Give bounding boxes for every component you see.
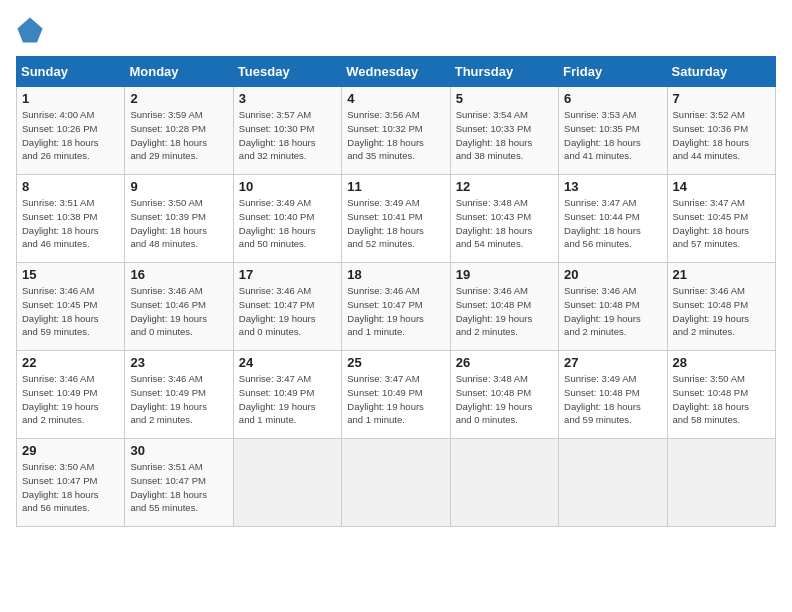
day-number: 26	[456, 355, 553, 370]
day-number: 16	[130, 267, 227, 282]
calendar-cell	[450, 439, 558, 527]
day-info: Sunrise: 3:51 AM Sunset: 10:47 PM Daylig…	[130, 460, 227, 515]
calendar-cell: 1Sunrise: 4:00 AM Sunset: 10:26 PM Dayli…	[17, 87, 125, 175]
day-number: 15	[22, 267, 119, 282]
calendar-cell: 4Sunrise: 3:56 AM Sunset: 10:32 PM Dayli…	[342, 87, 450, 175]
day-number: 7	[673, 91, 770, 106]
day-info: Sunrise: 3:56 AM Sunset: 10:32 PM Daylig…	[347, 108, 444, 163]
calendar-cell: 11Sunrise: 3:49 AM Sunset: 10:41 PM Dayl…	[342, 175, 450, 263]
day-info: Sunrise: 3:46 AM Sunset: 10:48 PM Daylig…	[564, 284, 661, 339]
day-info: Sunrise: 3:46 AM Sunset: 10:47 PM Daylig…	[239, 284, 336, 339]
day-info: Sunrise: 3:48 AM Sunset: 10:48 PM Daylig…	[456, 372, 553, 427]
day-info: Sunrise: 3:46 AM Sunset: 10:46 PM Daylig…	[130, 284, 227, 339]
weekday-wednesday: Wednesday	[342, 57, 450, 87]
day-number: 19	[456, 267, 553, 282]
calendar-header: SundayMondayTuesdayWednesdayThursdayFrid…	[17, 57, 776, 87]
logo	[16, 16, 48, 44]
calendar-cell: 2Sunrise: 3:59 AM Sunset: 10:28 PM Dayli…	[125, 87, 233, 175]
calendar-cell: 30Sunrise: 3:51 AM Sunset: 10:47 PM Dayl…	[125, 439, 233, 527]
calendar-cell: 29Sunrise: 3:50 AM Sunset: 10:47 PM Dayl…	[17, 439, 125, 527]
day-number: 1	[22, 91, 119, 106]
day-number: 24	[239, 355, 336, 370]
calendar-week-1: 1Sunrise: 4:00 AM Sunset: 10:26 PM Dayli…	[17, 87, 776, 175]
day-info: Sunrise: 3:47 AM Sunset: 10:49 PM Daylig…	[239, 372, 336, 427]
calendar-week-2: 8Sunrise: 3:51 AM Sunset: 10:38 PM Dayli…	[17, 175, 776, 263]
day-info: Sunrise: 3:46 AM Sunset: 10:49 PM Daylig…	[22, 372, 119, 427]
day-info: Sunrise: 3:46 AM Sunset: 10:48 PM Daylig…	[673, 284, 770, 339]
day-info: Sunrise: 3:46 AM Sunset: 10:47 PM Daylig…	[347, 284, 444, 339]
calendar-cell: 26Sunrise: 3:48 AM Sunset: 10:48 PM Dayl…	[450, 351, 558, 439]
calendar-cell	[667, 439, 775, 527]
calendar-cell: 6Sunrise: 3:53 AM Sunset: 10:35 PM Dayli…	[559, 87, 667, 175]
day-number: 27	[564, 355, 661, 370]
calendar-cell: 24Sunrise: 3:47 AM Sunset: 10:49 PM Dayl…	[233, 351, 341, 439]
svg-marker-0	[17, 17, 42, 42]
calendar-cell: 23Sunrise: 3:46 AM Sunset: 10:49 PM Dayl…	[125, 351, 233, 439]
calendar-cell: 20Sunrise: 3:46 AM Sunset: 10:48 PM Dayl…	[559, 263, 667, 351]
day-info: Sunrise: 3:48 AM Sunset: 10:43 PM Daylig…	[456, 196, 553, 251]
day-number: 17	[239, 267, 336, 282]
calendar-cell: 19Sunrise: 3:46 AM Sunset: 10:48 PM Dayl…	[450, 263, 558, 351]
day-info: Sunrise: 3:46 AM Sunset: 10:49 PM Daylig…	[130, 372, 227, 427]
calendar-week-5: 29Sunrise: 3:50 AM Sunset: 10:47 PM Dayl…	[17, 439, 776, 527]
day-info: Sunrise: 3:52 AM Sunset: 10:36 PM Daylig…	[673, 108, 770, 163]
day-number: 25	[347, 355, 444, 370]
calendar-cell	[342, 439, 450, 527]
day-number: 20	[564, 267, 661, 282]
day-number: 29	[22, 443, 119, 458]
day-number: 3	[239, 91, 336, 106]
day-number: 5	[456, 91, 553, 106]
day-number: 28	[673, 355, 770, 370]
calendar-cell: 7Sunrise: 3:52 AM Sunset: 10:36 PM Dayli…	[667, 87, 775, 175]
calendar-cell: 16Sunrise: 3:46 AM Sunset: 10:46 PM Dayl…	[125, 263, 233, 351]
day-number: 12	[456, 179, 553, 194]
day-number: 13	[564, 179, 661, 194]
day-info: Sunrise: 3:57 AM Sunset: 10:30 PM Daylig…	[239, 108, 336, 163]
calendar-cell: 3Sunrise: 3:57 AM Sunset: 10:30 PM Dayli…	[233, 87, 341, 175]
weekday-monday: Monday	[125, 57, 233, 87]
day-info: Sunrise: 3:47 AM Sunset: 10:44 PM Daylig…	[564, 196, 661, 251]
weekday-saturday: Saturday	[667, 57, 775, 87]
header	[16, 16, 776, 44]
calendar-cell: 10Sunrise: 3:49 AM Sunset: 10:40 PM Dayl…	[233, 175, 341, 263]
calendar-cell	[559, 439, 667, 527]
day-info: Sunrise: 3:50 AM Sunset: 10:47 PM Daylig…	[22, 460, 119, 515]
day-info: Sunrise: 3:46 AM Sunset: 10:45 PM Daylig…	[22, 284, 119, 339]
day-info: Sunrise: 3:49 AM Sunset: 10:48 PM Daylig…	[564, 372, 661, 427]
calendar-cell: 8Sunrise: 3:51 AM Sunset: 10:38 PM Dayli…	[17, 175, 125, 263]
calendar-body: 1Sunrise: 4:00 AM Sunset: 10:26 PM Dayli…	[17, 87, 776, 527]
calendar-cell: 14Sunrise: 3:47 AM Sunset: 10:45 PM Dayl…	[667, 175, 775, 263]
logo-icon	[16, 16, 44, 44]
calendar-cell: 25Sunrise: 3:47 AM Sunset: 10:49 PM Dayl…	[342, 351, 450, 439]
day-info: Sunrise: 3:53 AM Sunset: 10:35 PM Daylig…	[564, 108, 661, 163]
day-number: 21	[673, 267, 770, 282]
day-number: 23	[130, 355, 227, 370]
day-number: 8	[22, 179, 119, 194]
day-number: 6	[564, 91, 661, 106]
day-number: 30	[130, 443, 227, 458]
calendar-cell: 18Sunrise: 3:46 AM Sunset: 10:47 PM Dayl…	[342, 263, 450, 351]
calendar-cell: 22Sunrise: 3:46 AM Sunset: 10:49 PM Dayl…	[17, 351, 125, 439]
calendar-cell: 21Sunrise: 3:46 AM Sunset: 10:48 PM Dayl…	[667, 263, 775, 351]
day-info: Sunrise: 3:47 AM Sunset: 10:45 PM Daylig…	[673, 196, 770, 251]
calendar-week-4: 22Sunrise: 3:46 AM Sunset: 10:49 PM Dayl…	[17, 351, 776, 439]
day-info: Sunrise: 3:50 AM Sunset: 10:39 PM Daylig…	[130, 196, 227, 251]
day-info: Sunrise: 3:49 AM Sunset: 10:41 PM Daylig…	[347, 196, 444, 251]
calendar-cell: 17Sunrise: 3:46 AM Sunset: 10:47 PM Dayl…	[233, 263, 341, 351]
day-number: 4	[347, 91, 444, 106]
weekday-sunday: Sunday	[17, 57, 125, 87]
day-number: 18	[347, 267, 444, 282]
weekday-row: SundayMondayTuesdayWednesdayThursdayFrid…	[17, 57, 776, 87]
calendar-cell: 28Sunrise: 3:50 AM Sunset: 10:48 PM Dayl…	[667, 351, 775, 439]
weekday-tuesday: Tuesday	[233, 57, 341, 87]
calendar-cell: 27Sunrise: 3:49 AM Sunset: 10:48 PM Dayl…	[559, 351, 667, 439]
day-number: 14	[673, 179, 770, 194]
calendar-cell: 12Sunrise: 3:48 AM Sunset: 10:43 PM Dayl…	[450, 175, 558, 263]
day-info: Sunrise: 3:59 AM Sunset: 10:28 PM Daylig…	[130, 108, 227, 163]
day-info: Sunrise: 3:50 AM Sunset: 10:48 PM Daylig…	[673, 372, 770, 427]
day-number: 2	[130, 91, 227, 106]
day-number: 9	[130, 179, 227, 194]
day-info: Sunrise: 3:51 AM Sunset: 10:38 PM Daylig…	[22, 196, 119, 251]
day-info: Sunrise: 3:54 AM Sunset: 10:33 PM Daylig…	[456, 108, 553, 163]
calendar-cell: 9Sunrise: 3:50 AM Sunset: 10:39 PM Dayli…	[125, 175, 233, 263]
